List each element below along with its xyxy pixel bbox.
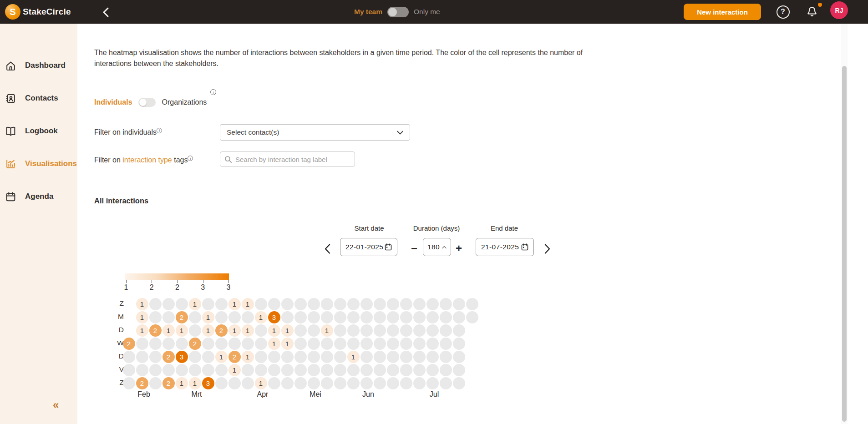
heatmap-cell[interactable] [242,338,254,350]
heatmap-cell[interactable]: 1 [242,351,254,363]
heatmap-cell[interactable] [242,377,254,389]
sidebar-item-logbook[interactable]: Logbook [0,124,77,138]
heatmap-cell[interactable] [400,351,412,363]
heatmap-cell[interactable]: 1 [321,324,333,337]
heatmap-cell[interactable] [374,311,386,323]
heatmap-cell[interactable] [426,377,439,389]
chevron-up-icon[interactable] [442,246,447,249]
heatmap-cell[interactable] [440,298,452,310]
heatmap-cell[interactable] [281,311,294,323]
heatmap-cell[interactable]: 1 [136,311,148,323]
heatmap-cell[interactable] [334,351,346,363]
heatmap-cell[interactable] [162,311,175,323]
heatmap-cell[interactable] [123,351,135,363]
heatmap-cell[interactable] [242,364,254,376]
heatmap-cell[interactable] [308,311,320,323]
heatmap-cell[interactable] [387,338,399,350]
heatmap-cell[interactable] [149,338,162,350]
heatmap-cell[interactable] [374,377,386,389]
heatmap-cell[interactable] [387,377,399,389]
heatmap-cell[interactable] [453,377,465,389]
next-period-button[interactable] [541,242,553,255]
heatmap-cell[interactable] [374,351,386,363]
heatmap-cell[interactable] [281,377,294,389]
sidebar-item-contacts[interactable]: Contacts [0,91,77,105]
heatmap-cell[interactable] [308,364,320,376]
heatmap-cell[interactable] [347,324,360,337]
heatmap-cell[interactable] [268,351,280,363]
previous-period-button[interactable] [321,242,334,255]
heatmap-cell[interactable] [360,298,373,310]
heatmap-cell[interactable] [136,351,148,363]
heatmap-cell[interactable] [294,324,307,337]
heatmap-cell[interactable] [149,377,162,389]
heatmap-cell[interactable] [228,311,241,323]
heatmap-cell[interactable] [189,324,201,337]
sidebar-item-visualisations[interactable]: Visualisations [0,157,77,171]
organizations-label[interactable]: Organizations [162,98,207,106]
start-date-input[interactable]: 22-01-2025 [340,238,397,256]
heatmap-cell[interactable] [334,377,346,389]
heatmap-cell[interactable] [321,298,333,310]
heatmap-cell[interactable]: 2 [149,324,162,337]
heatmap-cell[interactable] [215,377,228,389]
heatmap-cell[interactable]: 1 [255,377,267,389]
heatmap-cell[interactable] [400,324,412,337]
heatmap-cell[interactable]: 1 [228,298,241,310]
heatmap-cell[interactable] [440,364,452,376]
heatmap-cell[interactable]: 2 [162,377,175,389]
heatmap-cell[interactable] [162,338,175,350]
heatmap-cell[interactable] [453,311,465,323]
heatmap-cell[interactable] [189,364,201,376]
heatmap-cell[interactable] [162,364,175,376]
heatmap-cell[interactable] [426,298,439,310]
heatmap-cell[interactable] [162,298,175,310]
increment-duration-button[interactable]: + [453,242,465,254]
heatmap-cell[interactable] [387,298,399,310]
heatmap-cell[interactable]: 1 [268,324,280,337]
heatmap-cell[interactable] [440,324,452,337]
heatmap-cell[interactable] [453,338,465,350]
heatmap-cell[interactable] [347,298,360,310]
scrollbar-track[interactable] [841,24,848,424]
heatmap-cell[interactable] [136,338,148,350]
heatmap-cell[interactable] [228,377,241,389]
heatmap-cell[interactable] [242,311,254,323]
heatmap-cell[interactable] [202,298,214,310]
scrollbar-thumb[interactable] [842,66,847,422]
heatmap-cell[interactable] [347,311,360,323]
heatmap-cell[interactable] [453,364,465,376]
heatmap-cell[interactable] [374,324,386,337]
heatmap-cell[interactable] [453,351,465,363]
heatmap-cell[interactable] [176,298,188,310]
individuals-label[interactable]: Individuals [94,98,132,106]
heatmap-cell[interactable] [136,364,148,376]
heatmap-cell[interactable] [294,351,307,363]
heatmap-cell[interactable] [294,364,307,376]
tag-search-input[interactable] [235,156,350,163]
heatmap-cell[interactable] [255,364,267,376]
heatmap-cell[interactable] [466,311,478,323]
new-interaction-button[interactable]: New interaction [684,4,761,20]
heatmap-cell[interactable] [387,324,399,337]
heatmap-cell[interactable] [426,351,439,363]
sidebar-item-agenda[interactable]: Agenda [0,190,77,203]
heatmap-cell[interactable] [360,338,373,350]
heatmap-cell[interactable]: 1 [281,324,294,337]
heatmap-cell[interactable]: 1 [242,298,254,310]
heatmap-cell[interactable] [413,338,426,350]
heatmap-cell[interactable]: 1 [228,324,241,337]
heatmap-cell[interactable] [308,324,320,337]
heatmap-cell[interactable] [413,377,426,389]
sidebar-item-dashboard[interactable]: Dashboard [0,59,77,72]
heatmap-cell[interactable] [321,377,333,389]
heatmap-cell[interactable] [189,311,201,323]
my-team-label[interactable]: My team [354,8,382,16]
heatmap-cell[interactable] [426,364,439,376]
heatmap-cell[interactable] [426,324,439,337]
back-button[interactable] [99,5,113,19]
heatmap-cell[interactable]: 1 [347,351,360,363]
heatmap-cell[interactable] [255,351,267,363]
heatmap-cell[interactable]: 3 [202,377,214,389]
heatmap-cell[interactable] [321,364,333,376]
